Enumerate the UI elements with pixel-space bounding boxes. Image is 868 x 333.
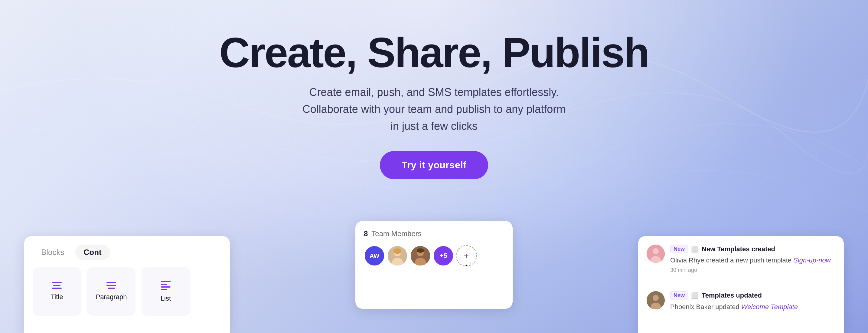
hero-subtitle: Create email, push, and SMS templates ef… [298, 84, 570, 134]
notif-time-1: 30 min ago [670, 267, 835, 273]
avatar-plus5-label: +5 [439, 252, 447, 260]
template-icon-2: ⬜ [691, 292, 699, 299]
notif-badge-1: New [670, 245, 688, 253]
add-icon: + [464, 251, 469, 261]
avatar-photo1[interactable] [387, 245, 408, 267]
avatar-add[interactable]: + ↗ Add member [456, 245, 477, 267]
tab-blocks[interactable]: Blocks [33, 245, 73, 260]
block-paragraph[interactable]: Paragraph [87, 267, 135, 316]
notif-body-2: Phoenix Baker updated Welcome Template [670, 302, 835, 312]
team-avatars: AW +5 [364, 245, 504, 267]
svg-point-3 [394, 248, 401, 254]
avatar-aw[interactable]: AW [364, 245, 385, 267]
paragraph-icon [106, 282, 116, 289]
notif-content-1: New ⬜ New Templates created Olivia Rhye … [670, 245, 835, 273]
tab-content[interactable]: Cont [75, 245, 110, 260]
title-icon [52, 282, 62, 289]
svg-point-9 [653, 248, 659, 254]
notif-title-1: New Templates created [702, 245, 775, 253]
team-count: 8 [364, 229, 368, 238]
notif-body-1: Olivia Rhye created a new push template … [670, 256, 835, 265]
list-icon [161, 281, 170, 290]
notif-avatar-1 [647, 245, 665, 263]
notif-avatar-2 [647, 291, 665, 309]
notif-body-prefix-2: Phoenix Baker updated [670, 303, 741, 311]
team-header: 8 Team Members [364, 229, 504, 238]
cursor-hint: ↗ [474, 259, 477, 266]
avatar-plus5[interactable]: +5 [433, 245, 454, 267]
block-title[interactable]: Title [33, 267, 81, 316]
notif-body-prefix-1: Olivia Rhye created a new push template [670, 256, 793, 264]
hero-section: Create, Share, Publish Create email, pus… [0, 0, 868, 179]
notif-link-1[interactable]: Sign-up-now [793, 256, 831, 264]
notif-header-1: New ⬜ New Templates created [670, 245, 835, 253]
notif-header-2: New ⬜ Templates updated [670, 291, 835, 300]
notif-content-2: New ⬜ Templates updated Phoenix Baker up… [670, 291, 835, 312]
panel-tabs: Blocks Cont [33, 245, 221, 260]
team-label: Team Members [371, 229, 421, 238]
blocks-panel: Blocks Cont Title [24, 236, 230, 333]
team-members-card: 8 Team Members AW [355, 221, 513, 309]
hero-title: Create, Share, Publish [219, 30, 649, 75]
template-icon-1: ⬜ [691, 246, 699, 253]
cards-area: Blocks Cont Title [0, 224, 868, 333]
avatar-aw-initials: AW [370, 252, 379, 259]
block-paragraph-label: Paragraph [96, 293, 127, 301]
notification-item-2: New ⬜ Templates updated Phoenix Baker up… [647, 291, 835, 320]
svg-point-7 [417, 248, 424, 253]
notifications-panel: New ⬜ New Templates created Olivia Rhye … [638, 236, 844, 333]
notif-badge-2: New [670, 291, 688, 300]
svg-point-12 [653, 295, 659, 301]
block-title-label: Title [51, 293, 63, 301]
notification-item-1: New ⬜ New Templates created Olivia Rhye … [647, 245, 835, 282]
notif-link-2[interactable]: Welcome Template [741, 303, 798, 311]
notif-title-2: Templates updated [702, 292, 762, 299]
block-list[interactable]: List [142, 267, 190, 316]
avatar-photo2[interactable] [410, 245, 431, 267]
blocks-grid: Title Paragraph [33, 267, 221, 316]
try-it-yourself-button[interactable]: Try it yourself [380, 151, 488, 179]
block-list-label: List [161, 295, 171, 302]
